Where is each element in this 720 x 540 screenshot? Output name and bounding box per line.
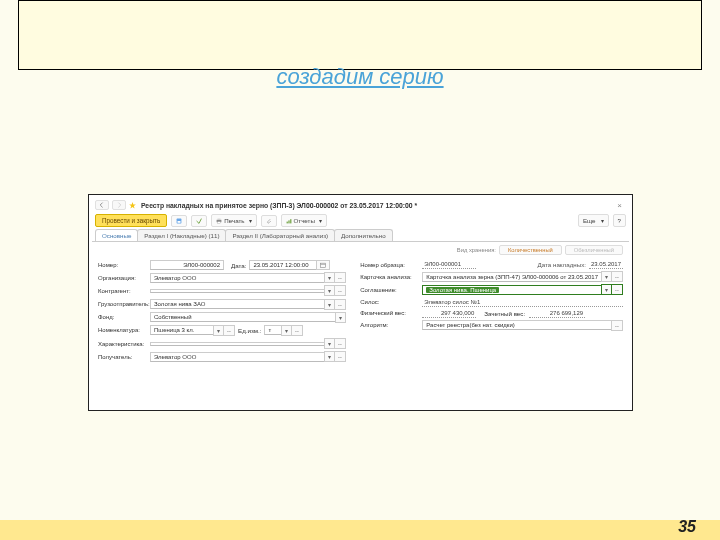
open-ref-button[interactable]: ⋅⋅ <box>334 351 346 362</box>
slide-subtitle: создадим серию <box>0 64 720 90</box>
svg-rect-7 <box>290 219 291 223</box>
svg-rect-5 <box>286 221 287 223</box>
net-weight-label: Зачетный вес: <box>484 310 525 317</box>
char-label: Характеристика: <box>98 341 150 347</box>
svg-rect-3 <box>218 218 221 219</box>
page-number: 35 <box>678 518 696 536</box>
recipient-input[interactable]: Элеватор ООО <box>150 352 325 362</box>
invoice-date-value: 23.05.2017 <box>589 260 623 269</box>
open-ref-button[interactable]: ⋅⋅ <box>291 325 303 336</box>
tab-section1[interactable]: Раздел I (Накладные) (11) <box>137 229 226 241</box>
print-button[interactable]: Печать▾ <box>211 214 256 227</box>
window-title: Реестр накладных на принятое зерно (ЗПП-… <box>141 202 417 209</box>
form-body: Номер: ЭЛ00-000002 Дата: 23.05.2017 12:0… <box>92 258 629 371</box>
calendar-button[interactable] <box>316 260 330 270</box>
more-button[interactable]: Еще▾ <box>578 214 609 227</box>
open-ref-button[interactable]: ⋅⋅ <box>334 272 346 283</box>
analysis-card-input[interactable]: Карточка анализа зерна (ЗПП-47) ЭЛ00-000… <box>422 272 602 282</box>
physical-weight-value: 297 430,000 <box>422 309 476 318</box>
number-input[interactable]: ЭЛ00-000002 <box>150 260 224 270</box>
algorithm-input[interactable]: Расчет реестра(без нат. скидки) <box>422 320 612 330</box>
favorite-star-icon[interactable] <box>129 202 136 209</box>
slide-header-banner <box>18 0 702 70</box>
reports-button[interactable]: Отчеты▾ <box>281 214 327 227</box>
slide-footer-band <box>0 520 720 540</box>
svg-rect-8 <box>321 263 326 267</box>
attachments-button[interactable] <box>261 215 277 227</box>
org-input[interactable]: Элеватор ООО <box>150 273 325 283</box>
silo-value: Элеватор силос №1 <box>422 298 623 307</box>
form-left-column: Номер: ЭЛ00-000002 Дата: 23.05.2017 12:0… <box>98 260 346 365</box>
org-label: Организация: <box>98 275 150 281</box>
shipper-label: Грузоотправитель: <box>98 301 150 307</box>
net-weight-value: 276 699,129 <box>529 309 585 318</box>
counterparty-label: Контрагент: <box>98 288 150 294</box>
open-ref-button[interactable]: ⋅⋅ <box>223 325 235 336</box>
open-ref-button[interactable]: ⋅⋅ <box>334 299 346 310</box>
tab-bar: Основные Раздел I (Накладные) (11) Разде… <box>92 229 629 242</box>
number-label: Номер: <box>98 262 150 268</box>
open-ref-button[interactable]: ⋅⋅ <box>611 320 623 331</box>
post-and-close-button[interactable]: Провести и закрыть <box>95 214 167 227</box>
physical-weight-label: Физический вес: <box>360 310 422 316</box>
nomen-input[interactable]: Пшеница 3 кл. <box>150 325 214 335</box>
agreement-input[interactable]: Золотая нива. Пшеница <box>422 285 602 295</box>
title-bar: Реестр накладных на принятое зерно (ЗПП-… <box>92 198 629 212</box>
tab-main[interactable]: Основные <box>95 229 138 241</box>
fund-label: Фонд: <box>98 314 150 320</box>
silo-label: Силос: <box>360 299 422 305</box>
sample-number-label: Номер образца: <box>360 262 422 268</box>
nomen-label: Номенклатура: <box>98 327 150 333</box>
storage-type-label: Вид хранения: <box>457 247 496 253</box>
invoice-date-label: Дата накладных: <box>538 261 586 268</box>
fund-input[interactable]: Собственный <box>150 312 336 322</box>
close-button[interactable]: × <box>613 201 626 210</box>
counterparty-input[interactable] <box>150 289 325 293</box>
nav-back-button[interactable] <box>95 200 109 210</box>
svg-rect-4 <box>218 221 221 223</box>
algorithm-label: Алгоритм: <box>360 322 422 328</box>
agreement-label: Соглашение: <box>360 287 422 293</box>
recipient-label: Получатель: <box>98 354 150 360</box>
analysis-card-label: Карточка анализа: <box>360 274 422 280</box>
storage-type-pill-1[interactable]: Количественный <box>499 245 562 255</box>
application-window: Реестр накладных на принятое зерно (ЗПП-… <box>88 194 633 411</box>
open-ref-button[interactable]: ⋅⋅ <box>611 271 623 282</box>
open-ref-button[interactable]: ⋅⋅ <box>334 285 346 296</box>
help-button[interactable]: ? <box>613 214 626 227</box>
post-button[interactable] <box>191 215 207 227</box>
dropdown-icon[interactable]: ▾ <box>335 312 346 323</box>
unit-label: Ед.изм.: <box>238 327 261 334</box>
open-ref-button[interactable]: ⋅⋅ <box>611 284 623 295</box>
nav-forward-button[interactable] <box>112 200 126 210</box>
svg-rect-1 <box>178 221 181 223</box>
sample-number-value: ЭЛ00-000001 <box>422 260 476 269</box>
storage-type-pill-2[interactable]: Обезличенный <box>565 245 623 255</box>
shipper-input[interactable]: Золотая нива ЗАО <box>150 299 325 309</box>
open-ref-button[interactable]: ⋅⋅ <box>334 338 346 349</box>
char-input[interactable] <box>150 342 325 346</box>
toolbar: Провести и закрыть Печать▾ Отчеты▾ Еще▾ … <box>92 212 629 229</box>
form-right-column: Номер образца: ЭЛ00-000001 Дата накладны… <box>360 260 623 365</box>
svg-rect-6 <box>288 220 289 223</box>
tab-additional[interactable]: Дополнительно <box>334 229 393 241</box>
storage-type-row: Вид хранения: Количественный Обезличенны… <box>92 242 629 258</box>
unit-input[interactable]: т <box>264 325 282 335</box>
save-button[interactable] <box>171 215 187 227</box>
date-input[interactable]: 23.05.2017 12:00:00 <box>249 260 317 270</box>
tab-section2[interactable]: Раздел II (Лабораторный анализ) <box>225 229 335 241</box>
date-label: Дата: <box>231 262 246 269</box>
